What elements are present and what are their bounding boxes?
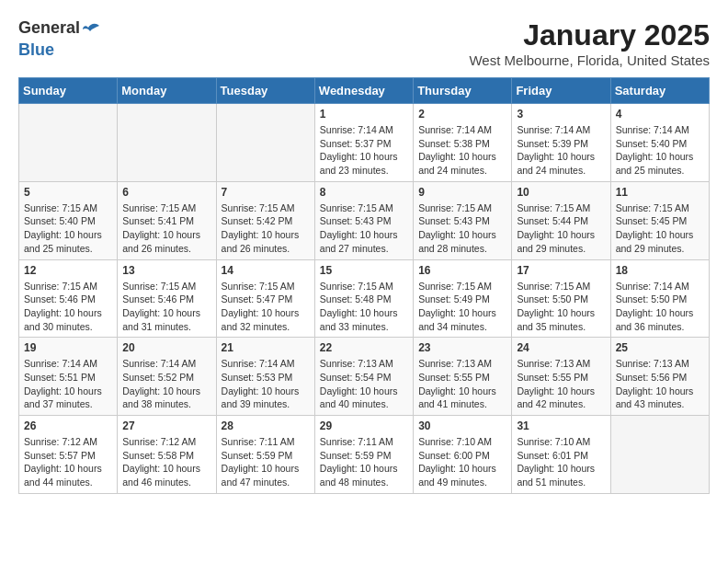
calendar-cell [19,104,118,182]
day-info: Sunrise: 7:15 AM Sunset: 5:44 PM Dayligh… [517,201,605,256]
calendar-cell: 3 Sunrise: 7:14 AM Sunset: 5:39 PM Dayli… [512,104,610,182]
calendar-week-1: 1 Sunrise: 7:14 AM Sunset: 5:37 PM Dayli… [19,104,710,182]
day-number: 3 [517,108,605,121]
sunrise-text: Sunrise: 7:15 AM [320,281,393,292]
sunrise-text: Sunrise: 7:12 AM [122,436,196,447]
calendar-cell: 12 Sunrise: 7:15 AM Sunset: 5:46 PM Dayl… [19,259,118,338]
day-info: Sunrise: 7:14 AM Sunset: 5:38 PM Dayligh… [418,123,506,178]
header-friday: Friday [512,78,610,104]
daylight-text: Daylight: 10 hours and 29 minutes. [616,229,694,254]
daylight-text: Daylight: 10 hours and 36 minutes. [616,307,694,332]
day-number: 10 [517,186,605,199]
day-number: 7 [222,186,310,199]
sunset-text: Sunset: 5:43 PM [320,215,392,226]
day-info: Sunrise: 7:10 AM Sunset: 6:01 PM Dayligh… [517,435,605,489]
calendar-cell: 20 Sunrise: 7:14 AM Sunset: 5:52 PM Dayl… [118,338,216,416]
daylight-text: Daylight: 10 hours and 23 minutes. [320,151,398,176]
logo: General Blue [18,18,104,60]
day-info: Sunrise: 7:13 AM Sunset: 5:54 PM Dayligh… [320,357,408,411]
day-number: 18 [616,264,704,277]
day-info: Sunrise: 7:12 AM Sunset: 5:57 PM Dayligh… [24,435,112,489]
day-number: 19 [24,341,112,354]
day-info: Sunrise: 7:11 AM Sunset: 5:59 PM Dayligh… [320,435,408,489]
sunrise-text: Sunrise: 7:15 AM [24,202,97,213]
sunrise-text: Sunrise: 7:15 AM [616,202,689,213]
day-number: 31 [517,419,605,432]
day-info: Sunrise: 7:15 AM Sunset: 5:41 PM Dayligh… [122,201,210,256]
day-info: Sunrise: 7:15 AM Sunset: 5:43 PM Dayligh… [320,201,408,256]
daylight-text: Daylight: 10 hours and 26 minutes. [122,229,200,254]
day-info: Sunrise: 7:14 AM Sunset: 5:39 PM Dayligh… [517,123,605,178]
calendar-cell: 27 Sunrise: 7:12 AM Sunset: 5:58 PM Dayl… [118,416,216,494]
day-number: 22 [320,341,408,354]
calendar-cell: 14 Sunrise: 7:15 AM Sunset: 5:47 PM Dayl… [216,259,314,338]
calendar-cell: 17 Sunrise: 7:15 AM Sunset: 5:50 PM Dayl… [512,259,610,338]
sunset-text: Sunset: 5:46 PM [24,293,96,304]
daylight-text: Daylight: 10 hours and 49 minutes. [418,463,496,488]
calendar-cell: 11 Sunrise: 7:15 AM Sunset: 5:45 PM Dayl… [610,181,709,259]
day-info: Sunrise: 7:15 AM Sunset: 5:45 PM Dayligh… [616,201,704,256]
calendar-cell: 29 Sunrise: 7:11 AM Sunset: 5:59 PM Dayl… [314,416,413,494]
sunset-text: Sunset: 5:51 PM [24,372,96,383]
sunrise-text: Sunrise: 7:15 AM [122,281,196,292]
sunset-text: Sunset: 6:00 PM [418,450,490,461]
sunrise-text: Sunrise: 7:12 AM [24,436,97,447]
title-section: January 2025 West Melbourne, Florida, Un… [469,18,710,68]
daylight-text: Daylight: 10 hours and 41 minutes. [418,385,496,410]
daylight-text: Daylight: 10 hours and 48 minutes. [320,463,398,488]
day-number: 12 [24,264,112,277]
calendar-cell: 18 Sunrise: 7:14 AM Sunset: 5:50 PM Dayl… [610,259,709,338]
sunrise-text: Sunrise: 7:15 AM [517,281,590,292]
daylight-text: Daylight: 10 hours and 29 minutes. [517,229,595,254]
day-info: Sunrise: 7:11 AM Sunset: 5:59 PM Dayligh… [222,435,310,489]
day-number: 9 [418,186,506,199]
sunrise-text: Sunrise: 7:14 AM [24,358,97,369]
daylight-text: Daylight: 10 hours and 34 minutes. [418,307,496,332]
sunset-text: Sunset: 5:42 PM [222,215,293,226]
calendar-cell: 2 Sunrise: 7:14 AM Sunset: 5:38 PM Dayli… [414,104,512,182]
daylight-text: Daylight: 10 hours and 37 minutes. [24,385,102,410]
sunrise-text: Sunrise: 7:14 AM [616,281,689,292]
daylight-text: Daylight: 10 hours and 33 minutes. [320,307,398,332]
sunrise-text: Sunrise: 7:14 AM [418,124,492,135]
logo-blue: Blue [18,40,54,59]
daylight-text: Daylight: 10 hours and 51 minutes. [517,463,595,488]
sunset-text: Sunset: 5:55 PM [517,372,588,383]
day-info: Sunrise: 7:14 AM Sunset: 5:37 PM Dayligh… [320,123,408,178]
calendar-cell: 7 Sunrise: 7:15 AM Sunset: 5:42 PM Dayli… [216,181,314,259]
sunset-text: Sunset: 5:55 PM [418,372,490,383]
header-wednesday: Wednesday [314,78,413,104]
calendar-week-3: 12 Sunrise: 7:15 AM Sunset: 5:46 PM Dayl… [19,259,710,338]
day-number: 1 [320,108,408,121]
sunset-text: Sunset: 5:48 PM [320,293,392,304]
daylight-text: Daylight: 10 hours and 42 minutes. [517,385,595,410]
sunset-text: Sunset: 5:50 PM [517,293,588,304]
sunrise-text: Sunrise: 7:13 AM [320,358,393,369]
day-number: 26 [24,419,112,432]
logo-bird-icon [81,18,103,40]
day-info: Sunrise: 7:13 AM Sunset: 5:55 PM Dayligh… [418,357,506,411]
calendar-cell: 1 Sunrise: 7:14 AM Sunset: 5:37 PM Dayli… [314,104,413,182]
calendar-cell: 30 Sunrise: 7:10 AM Sunset: 6:00 PM Dayl… [414,416,512,494]
sunset-text: Sunset: 5:37 PM [320,138,392,149]
day-number: 8 [320,186,408,199]
day-info: Sunrise: 7:14 AM Sunset: 5:53 PM Dayligh… [222,357,310,411]
sunrise-text: Sunrise: 7:14 AM [320,124,393,135]
day-info: Sunrise: 7:14 AM Sunset: 5:40 PM Dayligh… [616,123,704,178]
day-number: 21 [222,341,310,354]
location-title: West Melbourne, Florida, United States [469,52,710,68]
sunrise-text: Sunrise: 7:13 AM [517,358,590,369]
calendar-cell: 13 Sunrise: 7:15 AM Sunset: 5:46 PM Dayl… [118,259,216,338]
sunrise-text: Sunrise: 7:10 AM [418,436,492,447]
daylight-text: Daylight: 10 hours and 28 minutes. [418,229,496,254]
sunrise-text: Sunrise: 7:11 AM [222,436,295,447]
day-info: Sunrise: 7:15 AM Sunset: 5:46 PM Dayligh… [122,280,210,334]
calendar-cell: 4 Sunrise: 7:14 AM Sunset: 5:40 PM Dayli… [610,104,709,182]
sunset-text: Sunset: 5:47 PM [222,293,293,304]
daylight-text: Daylight: 10 hours and 26 minutes. [222,229,300,254]
sunset-text: Sunset: 5:39 PM [517,138,588,149]
sunset-text: Sunset: 5:59 PM [222,450,293,461]
calendar-week-5: 26 Sunrise: 7:12 AM Sunset: 5:57 PM Dayl… [19,416,710,494]
daylight-text: Daylight: 10 hours and 24 minutes. [418,151,496,176]
sunset-text: Sunset: 5:38 PM [418,138,490,149]
